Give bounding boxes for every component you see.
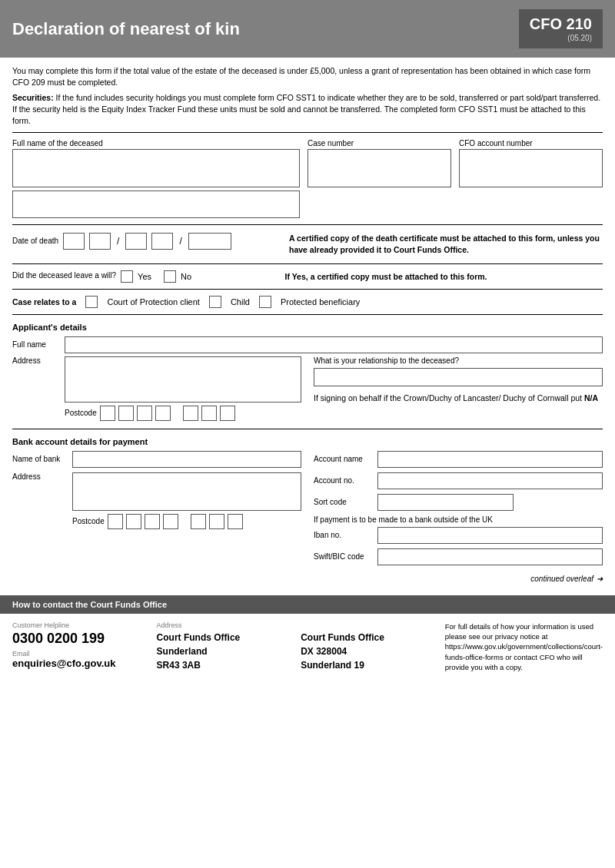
- bpc7[interactable]: [228, 514, 243, 529]
- case-number-field: Case number: [308, 139, 451, 218]
- dod-day-1[interactable]: [63, 233, 85, 250]
- account-no-label: Account no.: [314, 476, 371, 485]
- dod-label: Date of death: [12, 237, 58, 245]
- pc1[interactable]: [100, 406, 115, 421]
- case-option2-label: Child: [231, 297, 250, 306]
- dod-year[interactable]: [188, 233, 231, 250]
- bank-postcode-row: Postcode: [72, 514, 301, 529]
- applicant-name-row: Full name: [12, 336, 603, 353]
- swift-input[interactable]: [377, 548, 603, 565]
- applicant-address-label: Address: [12, 356, 58, 365]
- dx-line2: DX 328004: [301, 644, 430, 658]
- case-number-label: Case number: [308, 139, 451, 147]
- relationship-input[interactable]: [314, 368, 603, 386]
- full-name-label: Full name of the deceased: [12, 139, 300, 147]
- dod-month-1[interactable]: [125, 233, 147, 250]
- applicant-address-row: Address Postcode: [12, 356, 603, 421]
- bpc1[interactable]: [108, 514, 123, 529]
- iban-input[interactable]: [377, 527, 603, 544]
- form-version: (05.20): [567, 34, 592, 42]
- footer-title: How to contact the Court Funds Office: [12, 600, 167, 609]
- full-name-field: Full name of the deceased: [12, 139, 300, 218]
- bank-section-title: Bank account details for payment: [12, 437, 603, 446]
- case-option1-checkbox[interactable]: [85, 296, 98, 308]
- case-number-input[interactable]: [308, 149, 451, 187]
- main-content: You may complete this form if the total …: [0, 58, 615, 595]
- pc4[interactable]: [155, 406, 171, 421]
- cfo-account-input[interactable]: [459, 149, 603, 187]
- bank-postcode-label: Postcode: [72, 517, 105, 525]
- case-relates-row: Case relates to a Court of Protection cl…: [12, 296, 603, 308]
- date-of-death-row: Date of death / / A certified copy of th…: [12, 233, 603, 255]
- if-payment-text: If payment is to be made to a bank outsi…: [314, 515, 603, 524]
- bpc2[interactable]: [126, 514, 141, 529]
- bank-main-row: Name of bank Address Postcode: [12, 451, 603, 570]
- pc3[interactable]: [137, 406, 152, 421]
- dx-line3: Sunderland 19: [301, 658, 430, 672]
- email-address: enquiries@cfo.gov.uk: [12, 658, 141, 669]
- case-option2-checkbox[interactable]: [209, 296, 221, 308]
- bpc6[interactable]: [209, 514, 224, 529]
- bank-address-input[interactable]: [72, 472, 301, 511]
- account-no-row: Account no.: [314, 472, 603, 489]
- applicant-address-input[interactable]: [65, 356, 301, 403]
- pc7[interactable]: [220, 406, 235, 421]
- bank-right: Account name Account no. Sort code If pa…: [314, 451, 603, 570]
- divider-4: [12, 289, 603, 290]
- sort-code-input[interactable]: [377, 494, 514, 511]
- bank-name-input[interactable]: [72, 451, 301, 468]
- email-label: Email: [12, 650, 141, 658]
- applicant-address-left: Address Postcode: [12, 356, 301, 421]
- bpc3[interactable]: [145, 514, 160, 529]
- case-option3-label: Protected beneficiary: [281, 297, 360, 306]
- will-no-checkbox[interactable]: [164, 270, 176, 283]
- top-fields-row: Full name of the deceased Case number CF…: [12, 139, 603, 218]
- pc2[interactable]: [118, 406, 134, 421]
- continued-overleaf: continued overleaf ➜: [12, 575, 603, 583]
- signing-text: If signing on behalf if the Crown/Duchy …: [314, 393, 603, 404]
- phone-number: 0300 0200 199: [12, 631, 141, 647]
- bpc5[interactable]: [191, 514, 206, 529]
- case-option3-checkbox[interactable]: [259, 296, 271, 308]
- dx-spacer: [301, 621, 430, 629]
- will-row: Did the deceased leave a will? Yes No If…: [12, 270, 603, 283]
- sort-code-label: Sort code: [314, 498, 371, 506]
- bpc4[interactable]: [163, 514, 178, 529]
- will-note: If Yes, a certified copy must be attache…: [285, 272, 603, 281]
- full-name-input[interactable]: [12, 149, 300, 187]
- address-line2: Sunderland: [157, 644, 286, 658]
- account-name-input[interactable]: [377, 451, 603, 468]
- footer-section: How to contact the Court Funds Office Cu…: [0, 595, 615, 680]
- will-yes-checkbox[interactable]: [121, 270, 133, 283]
- divider-2: [12, 224, 603, 225]
- applicant-name-input[interactable]: [65, 336, 603, 353]
- swift-row: Swift/BIC code: [314, 548, 603, 565]
- securities-label: Securities:: [12, 93, 54, 102]
- will-label: Did the deceased leave a will?: [12, 271, 116, 280]
- full-name-input-2[interactable]: [12, 190, 300, 218]
- footer-content: Customer Helpline 0300 0200 199 Email en…: [0, 614, 615, 680]
- privacy-text: For full details of how your information…: [445, 621, 603, 672]
- pc6[interactable]: [201, 406, 217, 421]
- page-header: Declaration of nearest of kin CFO 210 (0…: [0, 0, 615, 58]
- pc5[interactable]: [183, 406, 198, 421]
- intro-line1: You may complete this form if the total …: [12, 65, 603, 88]
- account-no-input[interactable]: [377, 472, 603, 489]
- relationship-label: What is your relationship to the decease…: [314, 356, 603, 365]
- address-label: Address: [157, 621, 286, 629]
- footer-header: How to contact the Court Funds Office: [0, 595, 615, 614]
- applicant-name-label: Full name: [12, 340, 58, 349]
- account-name-label: Account name: [314, 455, 371, 463]
- dod-month-2[interactable]: [151, 233, 173, 250]
- divider-top: [12, 132, 603, 133]
- iban-label: Iban no.: [314, 531, 371, 539]
- address-line3: SR43 3AB: [157, 658, 286, 672]
- dx-line1: Court Funds Office: [301, 631, 430, 644]
- applicant-postcode-label: Postcode: [65, 409, 97, 417]
- case-option1-label: Court of Protection client: [107, 297, 199, 306]
- footer-dx-col: Court Funds Office DX 328004 Sunderland …: [301, 621, 430, 672]
- dod-left: Date of death / /: [12, 233, 274, 250]
- sort-code-row: Sort code: [314, 494, 603, 511]
- cfo-account-label: CFO account number: [459, 139, 603, 147]
- dod-day-2[interactable]: [89, 233, 111, 250]
